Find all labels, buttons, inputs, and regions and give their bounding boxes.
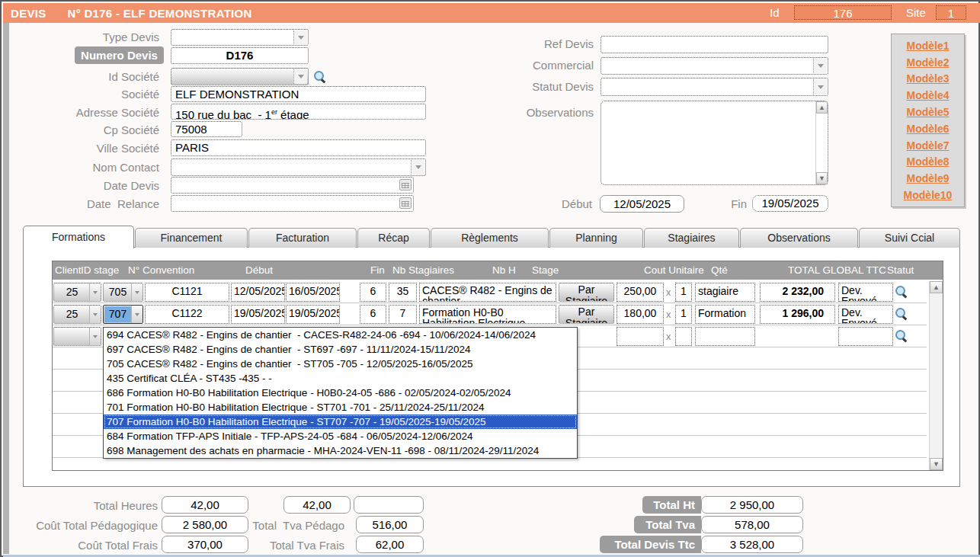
- tab-recap[interactable]: Récap: [357, 228, 430, 248]
- adresse-societe-field[interactable]: 150 rue du bac - 1er étage: [171, 104, 426, 120]
- stage-field[interactable]: CACES® R482 - Engins dechantier: [419, 283, 556, 302]
- grid-scrollbar[interactable]: ▲ ▼: [929, 281, 943, 470]
- search-statut-icon[interactable]: [895, 329, 908, 343]
- dropdown-item[interactable]: 435 Certificat CLÉA - ST435 -435 - -: [104, 371, 577, 386]
- chevron-down-icon[interactable]: [411, 160, 424, 174]
- search-societe-icon[interactable]: [313, 70, 327, 84]
- fin-field[interactable]: 19/05/2025: [286, 305, 340, 324]
- dropdown-item[interactable]: 684 Formation TFP-APS Initiale - TFP-APS…: [104, 429, 577, 443]
- debut-field[interactable]: 19/05/2025: [231, 305, 285, 324]
- unite-field[interactable]: [695, 327, 755, 346]
- calendar-icon[interactable]: [399, 179, 412, 190]
- dropdown-item[interactable]: 697 CACES® R482 - Engins de chantier - S…: [104, 342, 577, 357]
- convention-field[interactable]: C1122: [145, 305, 229, 324]
- par-stagiaire-button[interactable]: ParStagiaire: [559, 305, 614, 324]
- tab-facturation[interactable]: Facturation: [248, 228, 357, 248]
- qte-field[interactable]: 1: [675, 283, 692, 302]
- par-stagiaire-button[interactable]: ParStagiaire: [559, 283, 614, 302]
- date-relance-field[interactable]: mercredi 07 mai 2025: [171, 195, 414, 212]
- nb-stagiaires-field[interactable]: 6: [360, 305, 386, 324]
- total-ht-badge: Total Ht: [642, 496, 701, 514]
- statut-devis-select[interactable]: Dev. Envoyé: [600, 78, 828, 96]
- statut-field[interactable]: Dev.Envoyé: [838, 283, 893, 302]
- fin-field[interactable]: 16/05/2025: [286, 283, 340, 302]
- modele6-link[interactable]: Modèle6: [906, 123, 949, 134]
- modele9-link[interactable]: Modèle9: [906, 173, 949, 184]
- chevron-down-icon[interactable]: [89, 328, 101, 345]
- search-statut-icon[interactable]: [895, 285, 908, 299]
- stage-field[interactable]: Formation H0-B0Habilitation Electrique: [419, 305, 556, 324]
- modele7-link[interactable]: Modèle7: [906, 140, 949, 151]
- modele1-link[interactable]: Modèle1: [906, 40, 949, 51]
- debut-field[interactable]: 12/05/2025: [600, 195, 684, 213]
- nb-h-field[interactable]: 7: [389, 305, 417, 324]
- statut-field[interactable]: [838, 327, 893, 346]
- cp-societe-field[interactable]: 75008: [171, 121, 242, 137]
- tab-observations[interactable]: Observations: [740, 228, 858, 248]
- ville-societe-field[interactable]: PARIS: [171, 139, 426, 156]
- type-devis-select[interactable]: Inter: [171, 29, 309, 46]
- modele4-link[interactable]: Modèle4: [906, 90, 949, 101]
- scroll-down-icon[interactable]: ▼: [816, 172, 828, 184]
- dropdown-item[interactable]: 686 Formation H0-B0 Habilitation Electri…: [104, 386, 577, 400]
- debut-field[interactable]: 12/05/2025: [231, 283, 285, 302]
- numero-devis-field[interactable]: D176: [171, 47, 309, 64]
- dropdown-item[interactable]: 694 CACES® R482 - Engins de chantier - C…: [104, 328, 577, 342]
- chevron-down-icon[interactable]: [293, 69, 307, 84]
- id-stage-select[interactable]: 705: [103, 283, 143, 302]
- scroll-up-icon[interactable]: ▲: [816, 101, 828, 114]
- modele3-link[interactable]: Modèle3: [906, 73, 949, 84]
- tab-stagiaires[interactable]: Stagiaires: [644, 228, 739, 248]
- client-select[interactable]: 25: [53, 305, 101, 324]
- tab-formations[interactable]: Formations: [23, 226, 134, 248]
- cout-unitaire-field[interactable]: [617, 327, 664, 346]
- calendar-icon[interactable]: [399, 197, 412, 209]
- tab-financement[interactable]: Financement: [135, 228, 248, 248]
- qte-field[interactable]: 1: [675, 305, 692, 324]
- modele8-link[interactable]: Modèle8: [906, 156, 949, 167]
- observations-scrollbar[interactable]: ▲ ▼: [815, 101, 828, 184]
- fin-field[interactable]: 19/05/2025: [752, 195, 828, 212]
- observations-textarea[interactable]: [600, 101, 828, 185]
- chevron-down-icon[interactable]: [813, 59, 827, 73]
- societe-field[interactable]: ELF DEMONSTRATION: [171, 86, 426, 102]
- tab-planning[interactable]: Planning: [549, 228, 643, 248]
- qte-field[interactable]: [675, 327, 692, 346]
- unite-field[interactable]: Formation: [695, 305, 755, 324]
- client-select[interactable]: 25: [53, 283, 101, 302]
- chevron-down-icon[interactable]: [89, 283, 101, 301]
- dropdown-item[interactable]: 701 Formation H0-B0 Habilitation Electri…: [104, 400, 577, 415]
- chevron-down-icon[interactable]: [89, 306, 101, 323]
- convention-field[interactable]: C1121: [145, 283, 229, 302]
- modele10-link[interactable]: Modèle10: [904, 190, 953, 200]
- site-value-field[interactable]: 1: [936, 5, 966, 20]
- dropdown-item[interactable]: 705 CACES® R482 - Engins de chantier - S…: [104, 357, 577, 371]
- dropdown-item-selected[interactable]: 707 Formation H0-B0 Habilitation Electri…: [104, 415, 577, 429]
- chevron-down-icon[interactable]: [131, 306, 143, 323]
- nom-contact-select[interactable]: Monsieur GUIRARD Jean: [171, 158, 426, 176]
- date-devis-field[interactable]: lundi 07 avril 2025: [171, 177, 414, 194]
- tab-reglements[interactable]: Règlements: [431, 228, 549, 248]
- modele2-link[interactable]: Modèle2: [906, 57, 949, 68]
- id-value-field[interactable]: 176: [794, 5, 892, 20]
- nb-h-field[interactable]: 35: [389, 283, 417, 302]
- nb-stagiaires-field[interactable]: 6: [360, 283, 386, 302]
- search-statut-icon[interactable]: [895, 307, 908, 321]
- scroll-down-icon[interactable]: ▼: [930, 458, 943, 470]
- cout-unitaire-field[interactable]: 250,00: [617, 283, 664, 302]
- cout-unitaire-field[interactable]: 180,00: [617, 305, 664, 324]
- scroll-up-icon[interactable]: ▲: [930, 281, 943, 293]
- client-select[interactable]: [53, 327, 101, 346]
- ref-devis-field[interactable]: [600, 36, 828, 53]
- tab-suivi-ccial[interactable]: Suivi Ccial: [859, 228, 960, 248]
- id-societe-select[interactable]: 25: [171, 68, 309, 85]
- chevron-down-icon[interactable]: [293, 30, 307, 44]
- modele5-link[interactable]: Modèle5: [906, 107, 949, 117]
- commercial-select[interactable]: [600, 57, 828, 75]
- chevron-down-icon[interactable]: [131, 283, 143, 301]
- dropdown-item[interactable]: 698 Management des achats en pharmacie -…: [104, 443, 577, 458]
- unite-field[interactable]: stagiaire: [695, 283, 755, 302]
- id-stage-select-open[interactable]: 707: [103, 305, 143, 324]
- statut-field[interactable]: Dev.Envoyé: [838, 305, 893, 324]
- chevron-down-icon[interactable]: [813, 79, 827, 94]
